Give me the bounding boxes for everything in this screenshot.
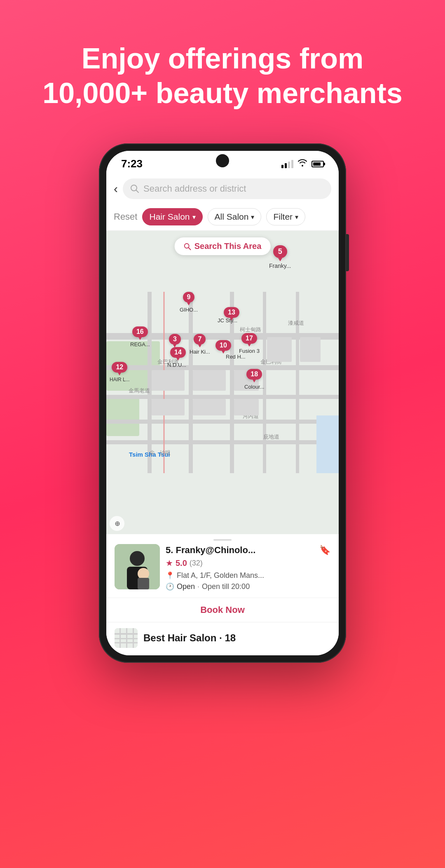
map-label-redh: Red H...	[226, 354, 246, 360]
search-area: ‹ Search address or district	[106, 174, 339, 205]
volume-button	[346, 234, 349, 271]
svg-line-36	[189, 248, 191, 250]
search-placeholder: Search address or district	[143, 183, 246, 194]
map-pin-9[interactable]: 9 GIHO...	[180, 292, 198, 313]
reset-button[interactable]: Reset	[114, 211, 137, 222]
card-handle	[106, 534, 339, 544]
map-pin-16[interactable]: 16 REGA...	[130, 326, 150, 347]
bottom-bar: Best Hair Salon · 18	[106, 622, 339, 655]
filter-bar: Reset Hair Salon ▾ All Salon ▾ Filter ▾	[106, 205, 339, 231]
hours-row: 🕐 Open · Open till 20:00	[166, 582, 330, 591]
filter-label: Filter	[273, 212, 293, 222]
all-salon-chip[interactable]: All Salon ▾	[208, 208, 262, 225]
bookmark-icon[interactable]: 🔖	[319, 545, 330, 556]
svg-point-35	[185, 244, 189, 248]
notch	[216, 154, 229, 167]
clock-icon: 🕐	[166, 582, 174, 591]
svg-rect-23	[316, 415, 339, 473]
hours-separator: ·	[197, 582, 199, 591]
svg-rect-6	[106, 365, 339, 370]
bottom-bar-text: Best Hair Salon · 18	[143, 632, 236, 644]
search-bar[interactable]: Search address or district	[123, 178, 331, 199]
svg-rect-27	[152, 399, 185, 415]
address-row: 📍 Flat A, 1/F, Golden Mans...	[166, 571, 330, 580]
card-info: 5. Franky@Chinolo... 🔖 ★ 5.0 (32) 📍	[166, 544, 330, 591]
card-content: 5. Franky@Chinolo... 🔖 ★ 5.0 (32) 📍	[106, 544, 339, 598]
svg-text:漆咸道: 漆咸道	[288, 320, 304, 326]
map-pin-5[interactable]: 5 Franky...	[269, 245, 291, 269]
svg-rect-28	[193, 399, 226, 415]
location-icon: 📍	[166, 571, 174, 580]
svg-text:金馬老道: 金馬老道	[129, 387, 150, 394]
phone-frame: 7:23	[99, 143, 346, 663]
svg-rect-10	[148, 292, 152, 473]
headline-line2: 10,000+ beauty merchants	[42, 76, 403, 110]
hair-salon-chip[interactable]: Hair Salon ▾	[142, 208, 202, 225]
map-label-ndu: N.D.U...	[167, 362, 186, 368]
svg-rect-24	[152, 370, 185, 391]
rating-row: ★ 5.0 (32)	[166, 558, 330, 568]
svg-rect-48	[133, 628, 134, 648]
svg-rect-47	[126, 628, 127, 648]
filter-chevron: ▾	[295, 213, 298, 221]
svg-rect-29	[234, 399, 259, 415]
wifi-icon	[297, 159, 307, 169]
status-icons	[281, 159, 324, 169]
book-now-button[interactable]: Book Now	[106, 598, 339, 622]
map-pin-3[interactable]: 3	[169, 334, 181, 345]
svg-rect-7	[106, 395, 339, 399]
all-salon-label: All Salon	[215, 212, 249, 222]
filter-chip[interactable]: Filter ▾	[266, 208, 305, 225]
svg-rect-31	[300, 337, 321, 362]
svg-rect-4	[106, 395, 139, 436]
svg-rect-25	[193, 370, 226, 391]
headline: Enjoy offerings from 10,000+ beauty merc…	[18, 41, 427, 110]
search-this-area-label: Search This Area	[194, 242, 262, 251]
hair-salon-chevron: ▾	[192, 213, 196, 221]
phone-screen: 7:23	[106, 151, 339, 655]
hours-status: Open	[177, 582, 195, 591]
map-attribution: ⊕	[110, 516, 124, 531]
rating-count: (32)	[190, 559, 203, 568]
map-pin-17[interactable]: 17 Fusion 3	[239, 333, 260, 354]
svg-text:尖: 尖	[150, 450, 155, 456]
svg-text:庇地道: 庇地道	[263, 434, 279, 440]
svg-rect-30	[267, 337, 292, 362]
svg-line-1	[136, 190, 139, 193]
back-button[interactable]: ‹	[114, 183, 118, 195]
svg-text:沙咀: 沙咀	[160, 450, 171, 456]
map-label-jcsty: JC Sty...	[218, 317, 237, 324]
svg-rect-41	[138, 578, 149, 589]
svg-point-40	[138, 568, 149, 579]
map-pin-10[interactable]: 10	[215, 340, 231, 351]
salon-card: 5. Franky@Chinolo... 🔖 ★ 5.0 (32) 📍	[106, 534, 339, 622]
phone-wrapper: 7:23	[99, 143, 346, 663]
signal-icon	[281, 160, 293, 168]
search-this-area-button[interactable]: Search This Area	[175, 237, 271, 255]
svg-rect-46	[119, 628, 121, 648]
rating-score: 5.0	[176, 558, 187, 568]
svg-rect-8	[106, 420, 339, 424]
map-area[interactable]: 柯士甸路 金巴利道 金巴利街 金馬老道 河內道 庇地道 漆咸道	[106, 231, 339, 534]
hair-salon-label: Hair Salon	[149, 212, 190, 222]
svg-rect-14	[296, 292, 299, 473]
map-pin-7[interactable]: 7 Hair Ki...	[190, 334, 210, 355]
svg-rect-9	[106, 440, 339, 444]
battery-icon	[312, 161, 324, 167]
hours-text: Open till 20:00	[202, 582, 250, 591]
all-salon-chevron: ▾	[251, 213, 254, 221]
card-title: 5. Franky@Chinolo...	[166, 545, 255, 556]
map-pin-18[interactable]: 18 Colour...	[244, 369, 264, 390]
svg-rect-11	[189, 292, 193, 473]
salon-image	[115, 544, 160, 589]
search-icon	[130, 184, 139, 193]
map-pin-14[interactable]: 14	[170, 347, 186, 358]
map-thumbnail	[115, 628, 138, 648]
map-pin-12[interactable]: 12 HAIR L...	[110, 362, 130, 382]
svg-point-38	[130, 551, 145, 566]
map-pin-13[interactable]: 13	[224, 307, 239, 318]
headline-line1: Enjoy offerings from	[42, 41, 403, 76]
map-background: 柯士甸路 金巴利道 金巴利街 金馬老道 河內道 庇地道 漆咸道	[106, 231, 339, 534]
address-text: Flat A, 1/F, Golden Mans...	[177, 571, 264, 580]
status-time: 7:23	[121, 157, 143, 170]
